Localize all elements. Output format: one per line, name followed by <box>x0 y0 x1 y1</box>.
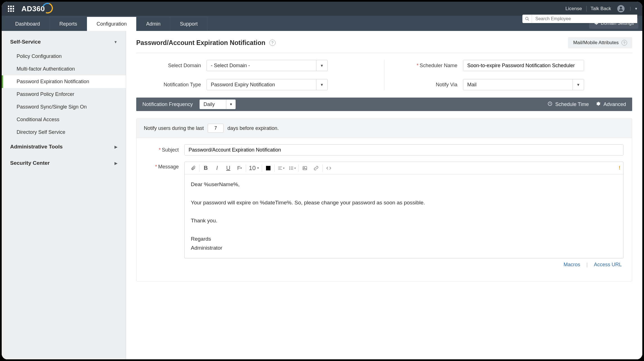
license-link[interactable]: License <box>565 6 582 12</box>
sidebar-item-mfa[interactable]: Multi-factor Authentication <box>2 63 126 75</box>
notification-frequency-label: Notification Frequency <box>142 101 193 107</box>
font-family-icon[interactable]: F▾ <box>234 162 245 174</box>
notify-days-input[interactable] <box>208 124 223 133</box>
advanced-label: Advanced <box>603 101 626 107</box>
user-avatar-icon[interactable] <box>617 5 625 12</box>
sidebar-group-administrative-tools[interactable]: Administrative Tools ▶ <box>2 139 126 155</box>
search-employee[interactable] <box>522 15 637 23</box>
chevron-down-icon: ▼ <box>316 60 327 71</box>
tab-support[interactable]: Support <box>170 17 207 31</box>
search-input[interactable] <box>532 15 637 23</box>
subject-label: Subject <box>145 147 179 153</box>
svg-point-8 <box>289 168 290 168</box>
talk-back-link[interactable]: Talk Back <box>586 6 611 12</box>
page-title: Password/Account Expiration Notification <box>136 39 265 47</box>
logo-arc-icon <box>41 2 55 15</box>
tab-reports[interactable]: Reports <box>50 17 87 31</box>
svg-point-10 <box>289 169 290 170</box>
mail-mobile-attributes-label: Mail/Mobile Attributes <box>573 40 619 46</box>
tab-dashboard[interactable]: Dashboard <box>6 17 50 31</box>
subject-field[interactable] <box>185 145 623 155</box>
help-icon: ? <box>621 40 627 46</box>
advanced-button[interactable]: Advanced <box>596 101 626 108</box>
tab-configuration[interactable]: Configuration <box>87 17 137 31</box>
message-editor[interactable]: B I U F▾ 10▾ ▾ ▾ <box>184 162 623 258</box>
mail-mobile-attributes-button[interactable]: Mail/Mobile Attributes ? <box>568 37 632 48</box>
subject-input[interactable] <box>184 144 623 155</box>
notify-via-dropdown[interactable]: Mail ▼ <box>463 79 584 90</box>
chevron-down-icon: ▼ <box>316 79 327 90</box>
schedule-time-label: Schedule Time <box>555 101 589 107</box>
schedule-time-button[interactable]: Schedule Time <box>547 101 589 108</box>
notify-sentence-a: Notify users during the last <box>144 125 204 131</box>
notify-via-label: Notify Via <box>393 82 457 88</box>
chevron-down-icon: ▼ <box>226 100 236 109</box>
tab-admin[interactable]: Admin <box>137 17 170 31</box>
macros-link[interactable]: Macros <box>564 262 580 268</box>
select-domain-label: Select Domain <box>136 63 201 69</box>
sidebar-group-self-service[interactable]: Self-Service ▼ <box>2 34 126 50</box>
chevron-right-icon: ▶ <box>115 145 117 149</box>
product-logo: AD360 <box>21 4 45 13</box>
text-color-icon[interactable] <box>263 162 274 174</box>
notify-sentence-b: days before expiration. <box>227 125 279 131</box>
gear-icon <box>596 101 601 108</box>
sidebar-item-directory-self-service[interactable]: Directory Self Service <box>2 126 126 139</box>
product-name: AD360 <box>21 4 45 13</box>
notification-type-value: Password Expiry Notification <box>207 82 316 88</box>
search-icon[interactable] <box>522 15 532 23</box>
sidebar-group-label: Security Center <box>10 160 50 166</box>
warning-icon[interactable]: ! <box>619 165 620 171</box>
attach-icon[interactable] <box>187 162 199 174</box>
scheduler-name-input[interactable] <box>463 60 584 71</box>
list-icon[interactable]: ▾ <box>287 162 298 174</box>
chevron-right-icon: ▶ <box>115 161 117 165</box>
message-body[interactable]: Dear %userName%, Your password will expi… <box>185 174 623 258</box>
svg-point-0 <box>526 17 528 20</box>
select-domain-value: - Select Domain - <box>207 63 316 69</box>
notification-frequency-dropdown[interactable]: Daily ▼ <box>200 100 236 109</box>
scheduler-name-label: Scheduler Name <box>393 63 457 69</box>
message-label: Message <box>145 162 179 170</box>
sidebar-item-password-expiration-notification[interactable]: Password Expiration Notification <box>2 75 126 88</box>
sidebar-item-password-sync-sso[interactable]: Password Sync/Single Sign On <box>2 101 126 113</box>
notification-type-dropdown[interactable]: Password Expiry Notification ▼ <box>207 79 328 90</box>
apps-grid-icon[interactable] <box>8 6 14 12</box>
font-size-value: 10 <box>249 164 256 172</box>
svg-rect-12 <box>303 166 307 170</box>
link-icon[interactable] <box>310 162 322 174</box>
help-icon[interactable]: ? <box>269 40 276 46</box>
chevron-down-icon: ▼ <box>114 40 117 44</box>
bold-icon[interactable]: B <box>200 162 211 174</box>
chevron-down-icon[interactable]: ▼ <box>630 7 638 11</box>
sidebar-group-label: Administrative Tools <box>10 144 63 150</box>
notify-via-value: Mail <box>463 82 573 88</box>
separator: | <box>586 262 588 268</box>
code-icon[interactable] <box>323 162 334 174</box>
svg-line-1 <box>528 19 529 21</box>
chevron-down-icon: ▼ <box>573 79 584 90</box>
access-url-link[interactable]: Access URL <box>594 262 622 268</box>
sidebar-item-conditional-access[interactable]: Conditional Access <box>2 113 126 126</box>
clock-icon <box>547 101 553 108</box>
image-icon[interactable] <box>299 162 310 174</box>
scheduler-name-field[interactable] <box>463 60 584 71</box>
select-domain-dropdown[interactable]: - Select Domain - ▼ <box>207 60 328 71</box>
sidebar-item-password-policy-enforcer[interactable]: Password Policy Enforcer <box>2 88 126 101</box>
underline-icon[interactable]: U <box>223 162 234 174</box>
font-size-selector[interactable]: 10▾ <box>247 164 261 172</box>
sidebar-group-security-center[interactable]: Security Center ▶ <box>2 155 126 171</box>
notification-type-label: Notification Type <box>136 82 201 88</box>
notification-frequency-value: Daily <box>200 101 226 107</box>
align-icon[interactable]: ▾ <box>275 162 287 174</box>
italic-icon[interactable]: I <box>211 162 223 174</box>
sidebar-item-policy-configuration[interactable]: Policy Configuration <box>2 50 126 63</box>
sidebar-group-label: Self-Service <box>10 39 41 45</box>
svg-point-6 <box>289 166 290 167</box>
